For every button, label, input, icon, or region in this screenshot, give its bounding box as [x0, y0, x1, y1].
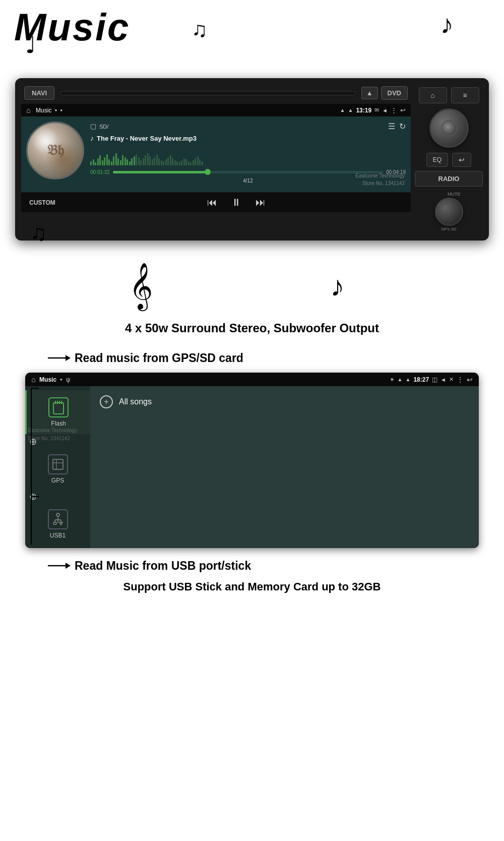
- music-note-mid-right: ♪: [331, 270, 345, 303]
- gps-item-label: GPS: [51, 477, 64, 484]
- d2-signal-icon: ▲: [406, 377, 411, 382]
- d2-bluetooth-icon: ✴: [390, 376, 395, 383]
- eq-row: EQ ↩: [415, 153, 483, 167]
- prev-button[interactable]: ⏮: [207, 197, 217, 208]
- pause-button[interactable]: ⏸: [231, 197, 241, 208]
- album-art: 𝔅𝔥: [26, 122, 84, 179]
- app-title: Music: [36, 107, 51, 114]
- r-menu-button[interactable]: ≡: [451, 87, 479, 103]
- main-dial[interactable]: [429, 108, 469, 148]
- svg-marker-22: [66, 563, 71, 569]
- svg-rect-14: [53, 522, 56, 524]
- song-title-row: ♪ The Fray - Never Say Never.mp3: [90, 134, 406, 142]
- progress-thumb[interactable]: [205, 169, 211, 175]
- support-label: Support USB Stick and Memory Card up to …: [20, 580, 484, 593]
- next-button[interactable]: ⏭: [256, 197, 266, 208]
- disc-slot: [60, 91, 355, 95]
- waveform: // Generate waveform bars inline as HTML…: [90, 146, 406, 165]
- d2-time: 18:27: [413, 376, 429, 383]
- eject-button[interactable]: ▲: [361, 87, 378, 99]
- dot-icon1: ●: [54, 108, 57, 112]
- left-bracket: [21, 386, 23, 549]
- top-btn-row: ⌂ ≡: [415, 87, 483, 103]
- wifi-icon: ▲: [340, 107, 345, 113]
- android-screen: ⌂ Music ● ● ▲ ▲ 13:19 ✉ ◄ ⋮ ↩: [21, 104, 411, 212]
- refresh-icon[interactable]: ↻: [399, 122, 406, 131]
- gps-label-text: Read music from GPS/SD card: [75, 351, 243, 365]
- player-info: ▢ SD/ ☰ ↻ ♪ The Fray - Never Say Nev: [90, 122, 406, 187]
- all-songs-plus-icon[interactable]: +: [100, 395, 113, 408]
- usb-label-text: Read Music from USB port/stick: [75, 559, 251, 573]
- usb-annotation: Read Music from USB port/stick: [45, 558, 484, 573]
- d2-volume-icon: ◄: [440, 377, 446, 383]
- all-songs-row[interactable]: + All songs: [100, 395, 470, 408]
- list-icon[interactable]: ☰: [388, 122, 395, 131]
- svg-rect-7: [53, 459, 63, 469]
- music-note-3: ♪: [440, 9, 454, 39]
- flash-label: Flash: [51, 420, 66, 427]
- usb1-label: USB1: [50, 532, 66, 539]
- mute-label: MUTE: [448, 192, 461, 197]
- svg-rect-2: [53, 403, 64, 414]
- flash-icon: [48, 397, 69, 417]
- d2-back-icon[interactable]: ↩: [467, 376, 473, 384]
- svg-marker-1: [66, 355, 71, 361]
- music-note-icon: ♪: [90, 134, 94, 142]
- music-note-1: ♩: [25, 31, 36, 58]
- envelope-icon: ✉: [374, 107, 379, 113]
- custom-label: CUSTOM: [29, 199, 70, 206]
- usb-arrow-icon: [45, 558, 71, 573]
- signal-icon: ▲: [348, 107, 353, 113]
- d2-title: Music: [39, 376, 56, 383]
- time-display: 13:19: [356, 107, 371, 114]
- dvd-label-button[interactable]: DVD: [381, 86, 408, 100]
- treble-clef: 𝄞: [129, 263, 153, 310]
- right-controls-panel: ⌂ ≡ EQ ↩ RADIO MUTE GPS SD: [415, 85, 483, 233]
- song-title-text: The Fray - Never Say Never.mp3: [97, 135, 197, 142]
- statusbar: ⌂ Music ● ● ▲ ▲ 13:19 ✉ ◄ ⋮ ↩: [21, 104, 411, 116]
- r-home-button[interactable]: ⌂: [419, 87, 447, 103]
- back-icon[interactable]: ↩: [400, 106, 406, 114]
- d2-wifi-icon: ▲: [398, 377, 403, 382]
- playback-controls: ⏮ ⏸ ⏭: [70, 197, 403, 208]
- controls-row: CUSTOM ⏮ ⏸ ⏭: [21, 192, 411, 212]
- sd-icon: ▢: [90, 123, 96, 130]
- music-note-bottom-left: ♫: [30, 220, 47, 246]
- eq-button[interactable]: EQ: [426, 153, 448, 167]
- dvd-controls: ▲ DVD: [361, 86, 408, 100]
- d2-home-icon[interactable]: ⌂: [31, 375, 36, 384]
- progress-fill: [113, 171, 208, 173]
- svg-marker-16: [59, 522, 62, 525]
- device1-top-bar: NAVI ▲ DVD: [21, 85, 411, 101]
- usb1-icon: [48, 509, 68, 529]
- device2-main-content: + All songs: [91, 386, 479, 548]
- navi-button[interactable]: NAVI: [24, 86, 54, 100]
- d2-menu-icon[interactable]: ⋮: [457, 376, 464, 384]
- music-note-2: ♫: [192, 18, 208, 42]
- time-total: 00:04:19: [386, 169, 406, 175]
- arrow-right-icon: [45, 350, 71, 366]
- all-songs-label: All songs: [119, 397, 152, 406]
- menu-dots-icon[interactable]: ⋮: [391, 106, 397, 114]
- progress-bar[interactable]: [113, 171, 383, 173]
- back-button[interactable]: ↩: [452, 153, 471, 167]
- volume-section: MUTE GPS SD: [435, 192, 463, 231]
- gps-sd-label: GPS SD: [441, 227, 456, 231]
- decorations-mid: 𝄞 ♪: [0, 256, 504, 316]
- radio-button[interactable]: RADIO: [415, 171, 483, 187]
- statusbar-right: ▲ ▲ 13:19 ✉ ◄ ⋮ ↩: [340, 106, 406, 114]
- top-section: Music ♩ ♫ ♪ NAVI ▲ DVD: [0, 0, 504, 256]
- device1: NAVI ▲ DVD ⌂ Music ● ●: [15, 78, 489, 241]
- volume-knob[interactable]: [435, 198, 463, 226]
- sd-path-row: ▢ SD/ ☰ ↻: [90, 122, 406, 131]
- music-player-body: 𝔅𝔥 ▢ SD/ ☰ ↻: [21, 116, 411, 192]
- lower-section: Read music from GPS/SD card ⌂ Music ● ψ …: [0, 345, 504, 604]
- sd-path-text: SD/: [99, 124, 108, 130]
- d2-psi: ψ: [66, 376, 71, 383]
- track-counter: 4/12: [90, 178, 406, 184]
- dial-inner: [441, 120, 457, 136]
- time-elapsed: 00:01:32: [90, 169, 110, 175]
- bracket-svg: [21, 386, 41, 547]
- home-icon[interactable]: ⌂: [26, 106, 31, 114]
- gps-annotation: Read music from GPS/SD card: [45, 350, 484, 366]
